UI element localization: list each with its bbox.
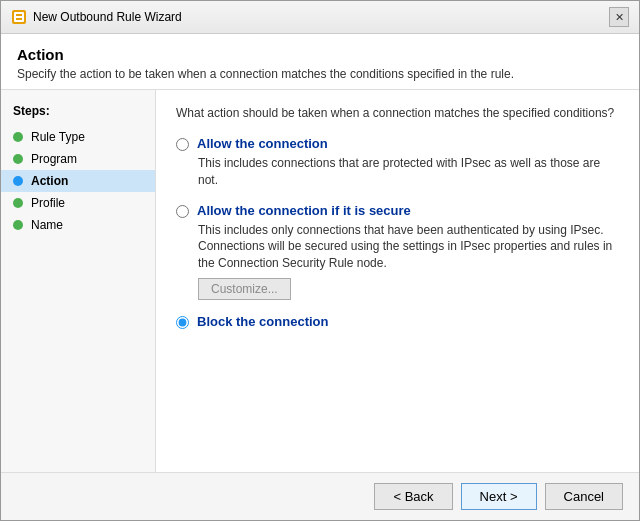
radio-allow[interactable] bbox=[176, 138, 189, 151]
svg-rect-1 bbox=[14, 12, 24, 22]
sidebar: Steps: Rule Type Program Action Profile … bbox=[1, 90, 156, 472]
radio-row-allow[interactable]: Allow the connection bbox=[176, 136, 619, 151]
title-bar: New Outbound Rule Wizard ✕ bbox=[1, 1, 639, 34]
option-label-allow[interactable]: Allow the connection bbox=[197, 136, 328, 151]
step-dot-program bbox=[13, 154, 23, 164]
page-description: Specify the action to be taken when a co… bbox=[17, 67, 623, 81]
option-allow-secure: Allow the connection if it is secure Thi… bbox=[176, 203, 619, 300]
step-label-name: Name bbox=[31, 218, 63, 232]
next-button[interactable]: Next > bbox=[461, 483, 537, 510]
step-label-action: Action bbox=[31, 174, 68, 188]
option-label-block[interactable]: Block the connection bbox=[197, 314, 328, 329]
content-area: Steps: Rule Type Program Action Profile … bbox=[1, 90, 639, 472]
customize-button[interactable]: Customize... bbox=[198, 278, 291, 300]
sidebar-item-action[interactable]: Action bbox=[1, 170, 155, 192]
close-button[interactable]: ✕ bbox=[609, 7, 629, 27]
step-label-rule-type: Rule Type bbox=[31, 130, 85, 144]
question-text: What action should be taken when a conne… bbox=[176, 106, 619, 120]
cancel-button[interactable]: Cancel bbox=[545, 483, 623, 510]
sidebar-item-program[interactable]: Program bbox=[1, 148, 155, 170]
step-dot-profile bbox=[13, 198, 23, 208]
main-panel: What action should be taken when a conne… bbox=[156, 90, 639, 472]
sidebar-item-name[interactable]: Name bbox=[1, 214, 155, 236]
step-label-program: Program bbox=[31, 152, 77, 166]
radio-row-block[interactable]: Block the connection bbox=[176, 314, 619, 329]
sidebar-item-profile[interactable]: Profile bbox=[1, 192, 155, 214]
step-dot-name bbox=[13, 220, 23, 230]
page-header: Action Specify the action to be taken wh… bbox=[1, 34, 639, 90]
back-button[interactable]: < Back bbox=[374, 483, 452, 510]
window-title: New Outbound Rule Wizard bbox=[33, 10, 182, 24]
option-desc-allow: This includes connections that are prote… bbox=[198, 155, 619, 189]
option-desc-allow-secure: This includes only connections that have… bbox=[198, 222, 619, 272]
svg-rect-2 bbox=[16, 14, 22, 16]
option-allow-connection: Allow the connection This includes conne… bbox=[176, 136, 619, 189]
step-dot-action bbox=[13, 176, 23, 186]
option-label-allow-secure[interactable]: Allow the connection if it is secure bbox=[197, 203, 411, 218]
wizard-window: New Outbound Rule Wizard ✕ Action Specif… bbox=[0, 0, 640, 521]
step-label-profile: Profile bbox=[31, 196, 65, 210]
page-title: Action bbox=[17, 46, 623, 63]
radio-block[interactable] bbox=[176, 316, 189, 329]
wizard-icon bbox=[11, 9, 27, 25]
radio-allow-secure[interactable] bbox=[176, 205, 189, 218]
radio-row-allow-secure[interactable]: Allow the connection if it is secure bbox=[176, 203, 619, 218]
steps-label: Steps: bbox=[1, 100, 155, 126]
step-dot-rule-type bbox=[13, 132, 23, 142]
option-block-connection: Block the connection bbox=[176, 314, 619, 329]
title-bar-left: New Outbound Rule Wizard bbox=[11, 9, 182, 25]
footer: < Back Next > Cancel bbox=[1, 472, 639, 520]
svg-rect-3 bbox=[16, 18, 22, 20]
sidebar-item-rule-type[interactable]: Rule Type bbox=[1, 126, 155, 148]
